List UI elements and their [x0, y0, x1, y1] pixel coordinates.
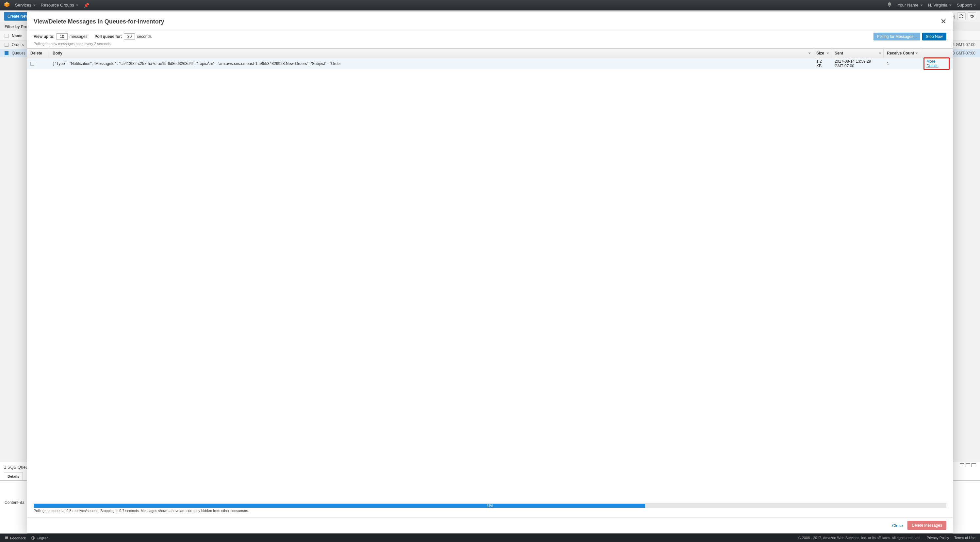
nav-region-label: N. Virginia	[928, 3, 948, 8]
aws-logo-icon[interactable]	[4, 2, 10, 8]
nav-services-label: Services	[15, 3, 31, 8]
nav-region[interactable]: N. Virginia	[928, 3, 952, 8]
caret-down-icon	[974, 5, 976, 6]
top-nav: Services Resource Groups 📌 Your Name N. …	[0, 0, 980, 10]
nav-user-label: Your Name	[897, 3, 919, 8]
bell-icon[interactable]	[887, 2, 892, 8]
nav-support[interactable]: Support	[957, 3, 976, 8]
caret-down-icon	[33, 5, 36, 6]
caret-down-icon	[76, 5, 78, 6]
caret-down-icon	[949, 5, 951, 6]
nav-resource-groups-label: Resource Groups	[41, 3, 74, 8]
nav-user[interactable]: Your Name	[897, 3, 923, 8]
nav-resource-groups[interactable]: Resource Groups	[41, 3, 78, 8]
nav-support-label: Support	[957, 3, 972, 8]
caret-down-icon	[920, 5, 923, 6]
pin-icon[interactable]: 📌	[84, 3, 89, 8]
nav-services[interactable]: Services	[15, 3, 36, 8]
